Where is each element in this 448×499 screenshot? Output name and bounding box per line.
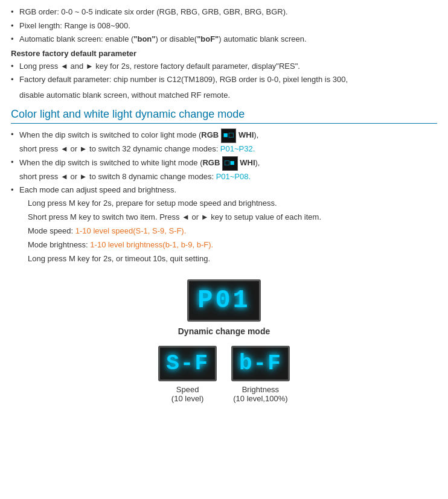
short-press-m: Short press M key to switch two item. Pr… bbox=[28, 211, 437, 223]
p01-display-container: P01 bbox=[11, 279, 437, 322]
long-press-m: Long press M key for 2s, prepare for set… bbox=[28, 197, 437, 209]
mode-range-2: P01~P08. bbox=[216, 172, 251, 181]
mode-speed-value: 1-10 level speed(S-1, S-9, S-F). bbox=[75, 226, 187, 235]
bullet-blank-screen: Automatic blank screen: enable ("bon") o… bbox=[11, 33, 437, 45]
color-bullets: When the dip switch is switched to color… bbox=[11, 129, 437, 265]
restore-header: Restore factory default parameter bbox=[11, 49, 437, 58]
brightness-item: b-F Brightness (10 level,100%) bbox=[231, 346, 290, 403]
speed-item: S-F Speed (10 level) bbox=[158, 346, 217, 403]
dip-white-mode: □■ bbox=[222, 156, 238, 171]
restore-bullet-2: Factory default parameter: chip number i… bbox=[11, 74, 437, 86]
p01-display: P01 bbox=[187, 279, 261, 322]
section-title: Color light and white light dynamic chan… bbox=[11, 108, 437, 124]
top-bullets: RGB order: 0-0 ~ 0-5 indicate six order … bbox=[11, 6, 437, 45]
brightness-display: b-F bbox=[231, 346, 290, 381]
speed-label: Speed (10 level) bbox=[171, 385, 203, 403]
color-bullet-1: When the dip switch is switched to color… bbox=[11, 129, 437, 154]
color-bullet-3: Each mode can adjust speed and brightnes… bbox=[11, 184, 437, 265]
mode-brightness-value: 1-10 level brightness(b-1, b-9, b-F). bbox=[90, 240, 213, 249]
display-caption: Dynamic change mode bbox=[11, 326, 437, 336]
speed-brightness-row: S-F Speed (10 level) b-F Brightness (10 … bbox=[11, 346, 437, 403]
bullet-rgb-order: RGB order: 0-0 ~ 0-5 indicate six order … bbox=[11, 6, 437, 18]
mode-range-1: P01~P32. bbox=[220, 144, 255, 153]
speed-display: S-F bbox=[158, 346, 217, 381]
color-bullet-2: When the dip switch is switched to white… bbox=[11, 156, 437, 182]
mode-brightness-line: Mode brightness: 1-10 level brightness(b… bbox=[28, 239, 437, 251]
long-press-m-quit: Long press M key for 2s, or timeout 10s,… bbox=[28, 253, 437, 265]
restore-indent: disable automatic blank screen, without … bbox=[19, 89, 437, 101]
restore-bullets: Long press ◄ and ► key for 2s, restore f… bbox=[11, 60, 437, 86]
restore-bullet-1: Long press ◄ and ► key for 2s, restore f… bbox=[11, 60, 437, 72]
dip-color-mode: ■□ bbox=[221, 129, 237, 143]
mode-details: Long press M key for 2s, prepare for set… bbox=[28, 197, 437, 265]
mode-speed-line: Mode speed: 1-10 level speed(S-1, S-9, S… bbox=[28, 225, 437, 237]
bullet-pixel-length: Pixel length: Range is 008~900. bbox=[11, 20, 437, 32]
brightness-label: Brightness (10 level,100%) bbox=[233, 385, 287, 403]
